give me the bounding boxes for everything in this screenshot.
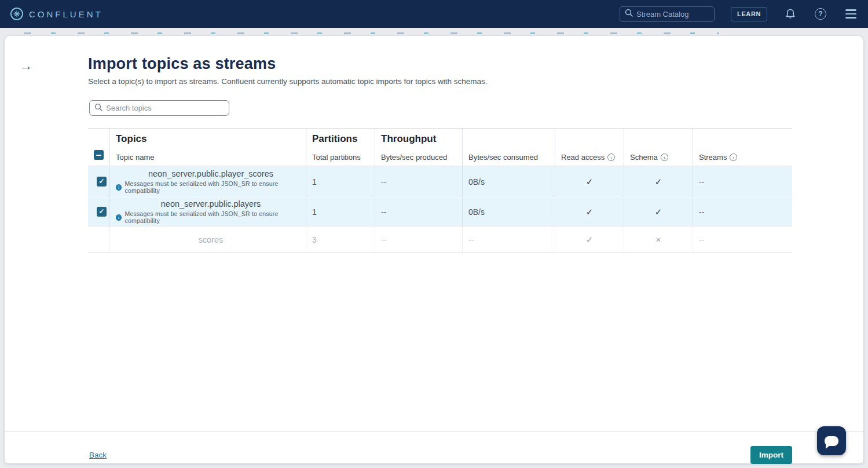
header-checkbox-cell bbox=[88, 129, 110, 166]
bytes-produced-cell: -- bbox=[375, 166, 463, 197]
table-row[interactable]: neon_server.public.players Messages must… bbox=[88, 197, 792, 226]
stream-catalog-search[interactable] bbox=[620, 6, 715, 22]
row-checkbox-cell bbox=[88, 226, 110, 253]
header-bytes-consumed: Bytes/sec consumed bbox=[463, 129, 555, 166]
topic-note-text: Messages must be serialized with JSON_SR… bbox=[124, 210, 306, 224]
chat-widget-button[interactable] bbox=[817, 426, 846, 455]
schema-check: ✓ bbox=[655, 177, 662, 187]
read-access-check: ✓ bbox=[586, 235, 594, 245]
streams-label: Streams bbox=[699, 153, 727, 162]
schema-label: Schema bbox=[630, 153, 658, 162]
bytes-produced-label: Bytes/sec produced bbox=[381, 153, 462, 162]
throughput-group-label: Throughput bbox=[381, 133, 462, 145]
bytes-consumed-cell: 0B/s bbox=[463, 166, 555, 197]
help-icon[interactable] bbox=[814, 7, 827, 21]
total-partitions-label: Total partitions bbox=[312, 153, 375, 162]
bytes-produced-cell: -- bbox=[375, 226, 463, 253]
search-icon bbox=[625, 9, 633, 19]
header-schema: Schema bbox=[624, 129, 693, 166]
partitions-cell: 1 bbox=[306, 166, 375, 197]
collapse-arrow-icon[interactable]: → bbox=[19, 58, 36, 73]
menu-icon[interactable] bbox=[844, 7, 858, 21]
bytes-consumed-cell: -- bbox=[463, 226, 555, 253]
bytes-consumed-cell: 0B/s bbox=[463, 198, 555, 226]
bytes-produced-cell: -- bbox=[375, 198, 463, 226]
partitions-group-label: Partitions bbox=[312, 133, 375, 145]
import-button[interactable]: Import bbox=[750, 446, 792, 464]
import-topics-panel: → Import topics as streams Select a topi… bbox=[5, 36, 863, 463]
topic-name-label: Topic name bbox=[116, 153, 306, 162]
topic-search-input[interactable] bbox=[106, 104, 216, 112]
read-access-check: ✓ bbox=[586, 207, 594, 217]
row-checkbox-cell bbox=[88, 166, 110, 197]
read-access-info-icon[interactable] bbox=[607, 153, 615, 161]
schema-info-icon[interactable] bbox=[661, 153, 668, 161]
brand-name: CONFLUENT bbox=[29, 9, 103, 19]
schema-x: × bbox=[656, 235, 661, 244]
navbar-actions: LEARN bbox=[620, 6, 858, 22]
topic-note-text: Messages must be serialized with JSON_SR… bbox=[124, 180, 306, 194]
row-checkbox[interactable] bbox=[97, 177, 107, 187]
confluent-spark-icon bbox=[10, 8, 23, 20]
footer-divider bbox=[5, 432, 863, 432]
page-title: Import topics as streams bbox=[88, 55, 276, 73]
select-all-checkbox[interactable] bbox=[94, 150, 104, 160]
page-subtitle: Select a topic(s) to import as streams. … bbox=[88, 77, 488, 86]
partitions-cell: 1 bbox=[306, 198, 375, 226]
read-access-check: ✓ bbox=[586, 177, 594, 187]
header-read-access: Read access bbox=[555, 129, 624, 166]
back-link[interactable]: Back bbox=[89, 451, 107, 459]
app-root: CONFLUENT LEARN → Import topics bbox=[0, 0, 868, 468]
table-row[interactable]: neon_server.public.player_scores Message… bbox=[88, 166, 792, 197]
read-access-label: Read access bbox=[561, 153, 605, 162]
schema-check: ✓ bbox=[655, 207, 662, 217]
notifications-bell-icon[interactable] bbox=[783, 7, 797, 21]
info-icon bbox=[116, 184, 122, 191]
streams-cell: -- bbox=[693, 198, 792, 226]
confluent-logo[interactable]: CONFLUENT bbox=[10, 8, 103, 20]
row-checkbox-cell bbox=[88, 198, 110, 226]
topic-note: Messages must be serialized with JSON_SR… bbox=[116, 210, 306, 224]
partitions-cell: 3 bbox=[306, 226, 375, 253]
bytes-consumed-label: Bytes/sec consumed bbox=[468, 153, 555, 162]
chat-bubble-icon bbox=[825, 436, 838, 446]
header-bytes-produced: Throughput Bytes/sec produced bbox=[375, 129, 463, 166]
breadcrumb-clipped bbox=[24, 32, 719, 34]
topic-name: scores bbox=[199, 235, 224, 244]
topic-note: Messages must be serialized with JSON_SR… bbox=[116, 180, 306, 194]
info-icon bbox=[116, 214, 122, 221]
streams-cell: -- bbox=[693, 226, 792, 253]
search-icon bbox=[94, 103, 102, 114]
streams-cell: -- bbox=[693, 166, 792, 197]
topic-name: neon_server.public.player_scores bbox=[148, 169, 273, 178]
row-checkbox[interactable] bbox=[97, 207, 107, 217]
header-partitions: Partitions Total partitions bbox=[306, 129, 375, 166]
learn-button[interactable]: LEARN bbox=[731, 7, 767, 21]
top-navbar: CONFLUENT LEARN bbox=[0, 0, 868, 28]
table-row-disabled: scores 3 -- -- ✓ × -- bbox=[88, 226, 792, 253]
topic-name: neon_server.public.players bbox=[161, 199, 261, 209]
topic-name-cell: scores bbox=[110, 226, 306, 253]
stream-catalog-input[interactable] bbox=[636, 10, 706, 19]
topic-name-cell: neon_server.public.players Messages must… bbox=[110, 198, 306, 226]
streams-info-icon[interactable] bbox=[730, 153, 737, 161]
table-header: Topics Topic name Partitions Total parti… bbox=[88, 128, 792, 166]
topic-search-box[interactable] bbox=[89, 100, 229, 116]
header-streams: Streams bbox=[693, 129, 792, 166]
topics-group-label: Topics bbox=[116, 133, 306, 145]
topic-name-cell: neon_server.public.player_scores Message… bbox=[110, 166, 306, 197]
topics-table: Topics Topic name Partitions Total parti… bbox=[88, 128, 792, 253]
header-topics: Topics Topic name bbox=[110, 129, 306, 166]
